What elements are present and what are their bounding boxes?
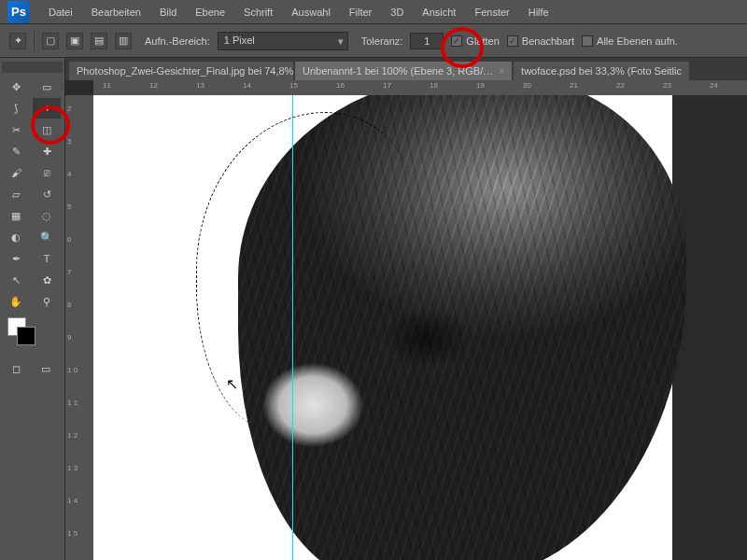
ruler-tick: 16 bbox=[336, 81, 345, 90]
menu-layer[interactable]: Ebene bbox=[186, 3, 234, 21]
doc-tab-1[interactable]: Unbenannt-1 bei 100% (Ebene 3, RGB/…× bbox=[295, 62, 512, 80]
ruler-tick: 1 4 bbox=[67, 497, 78, 505]
tools-grip[interactable] bbox=[2, 62, 63, 73]
lasso-tool[interactable]: ⟆ bbox=[2, 98, 30, 119]
ruler-tick: 1 0 bbox=[67, 366, 78, 374]
tolerance-input[interactable]: 1 bbox=[410, 33, 444, 49]
ruler-tick: 21 bbox=[570, 81, 578, 90]
ruler-tick: 1 3 bbox=[67, 464, 78, 472]
menu-help[interactable]: Hilfe bbox=[519, 3, 558, 21]
ruler-tick: 15 bbox=[289, 81, 298, 90]
hand-tool[interactable]: ✋ bbox=[2, 291, 30, 312]
selection-intersect-icon[interactable]: ▥ bbox=[115, 33, 132, 49]
app-logo: Ps bbox=[7, 1, 30, 23]
menu-3d[interactable]: 3D bbox=[381, 3, 413, 21]
screenmode-toggle[interactable]: ▭ bbox=[32, 358, 60, 379]
annotation-circle-tool bbox=[31, 105, 70, 145]
ruler-tick: 6 bbox=[67, 235, 71, 244]
ruler-tick: 17 bbox=[383, 81, 391, 90]
contiguous-label: Benachbart bbox=[522, 35, 574, 47]
document-paper: ↖ bbox=[93, 95, 672, 560]
zoom-tool[interactable]: ⚲ bbox=[33, 291, 61, 312]
background-swatch[interactable] bbox=[17, 327, 35, 345]
doc-tab-label: Photoshop_Zwei-Gesichter_Final.jpg bei 7… bbox=[77, 65, 293, 77]
sample-size-label: Aufn.-Bereich: bbox=[145, 35, 210, 47]
ruler-tick: 12 bbox=[149, 81, 158, 90]
menu-filter[interactable]: Filter bbox=[340, 3, 381, 21]
blur-tool[interactable]: ◌ bbox=[33, 205, 61, 226]
ruler-tick: 19 bbox=[476, 81, 485, 90]
brush-tool[interactable]: 🖌 bbox=[2, 162, 30, 183]
path-tool[interactable]: ↖ bbox=[2, 270, 30, 290]
ruler-tick: 11 bbox=[103, 81, 111, 90]
gradient-tool[interactable]: ▦ bbox=[2, 205, 30, 226]
sample-size-select[interactable]: 1 Pixel bbox=[218, 32, 348, 50]
canvas[interactable]: ↖ bbox=[93, 95, 747, 560]
menu-bar: Ps Datei Bearbeiten Bild Ebene Schrift A… bbox=[0, 0, 747, 24]
cursor-icon: ↖ bbox=[226, 375, 238, 393]
doc-tab-0[interactable]: Photoshop_Zwei-Gesichter_Final.jpg bei 7… bbox=[69, 62, 293, 80]
annotation-circle-tolerance bbox=[441, 27, 484, 68]
marquee-tool[interactable]: ▭ bbox=[33, 77, 61, 97]
ruler-tick: 1 1 bbox=[67, 399, 78, 407]
document-tabs: Photoshop_Zwei-Gesichter_Final.jpg bei 7… bbox=[65, 58, 747, 80]
history-tool[interactable]: ↺ bbox=[33, 184, 61, 204]
menu-file[interactable]: Datei bbox=[39, 3, 82, 21]
ruler-tick: 13 bbox=[196, 81, 204, 90]
ruler-tick: 4 bbox=[67, 170, 71, 178]
dodge-tool[interactable]: ◐ bbox=[2, 227, 30, 247]
close-icon[interactable]: × bbox=[499, 66, 504, 77]
horizontal-ruler[interactable]: 11 12 13 14 15 16 17 18 19 20 21 22 23 2… bbox=[93, 80, 747, 95]
quickmask-toggle[interactable]: ◻ bbox=[2, 358, 30, 379]
ruler-tick: 23 bbox=[663, 81, 671, 90]
vertical-ruler[interactable]: 2 3 4 5 6 7 8 9 1 0 1 1 1 2 1 3 1 4 1 5 bbox=[65, 95, 93, 560]
contiguous-checkbox[interactable]: Benachbart bbox=[507, 35, 574, 47]
ruler-tick: 2 bbox=[67, 105, 71, 113]
pen-tool[interactable]: ✒ bbox=[2, 248, 30, 269]
menu-window[interactable]: Fenster bbox=[465, 3, 518, 21]
menu-type[interactable]: Schrift bbox=[234, 3, 282, 21]
ruler-tick: 14 bbox=[243, 81, 251, 90]
ruler-tick: 22 bbox=[616, 81, 625, 90]
ruler-tick: 1 2 bbox=[67, 431, 78, 440]
eraser-tool[interactable]: ▱ bbox=[2, 184, 30, 204]
ruler-tick: 24 bbox=[710, 81, 718, 90]
color-swatches[interactable] bbox=[2, 317, 63, 355]
ruler-tick: 8 bbox=[67, 301, 71, 309]
selection-new-icon[interactable]: ▢ bbox=[42, 33, 59, 49]
type-tool[interactable]: T bbox=[33, 248, 61, 269]
doc-tab-2[interactable]: twoface.psd bei 33,3% (Foto Seitlic bbox=[514, 62, 689, 80]
stamp-tool[interactable]: ⎚ bbox=[33, 162, 61, 183]
menu-edit[interactable]: Bearbeiten bbox=[82, 3, 150, 21]
ruler-tick: 5 bbox=[67, 203, 71, 211]
shape-tool[interactable]: ✿ bbox=[33, 270, 61, 290]
ruler-tick: 20 bbox=[523, 81, 531, 90]
ruler-tick: 9 bbox=[67, 333, 71, 342]
doc-tab-label: twoface.psd bei 33,3% (Foto Seitlic bbox=[521, 65, 682, 77]
ruler-tick: 1 5 bbox=[67, 529, 78, 538]
magnify-tool[interactable]: 🔍 bbox=[33, 227, 61, 247]
menu-image[interactable]: Bild bbox=[150, 3, 186, 21]
options-bar: ✦ ▢ ▣ ▤ ▥ Aufn.-Bereich: 1 Pixel Toleran… bbox=[0, 24, 747, 58]
ruler-tick: 18 bbox=[430, 81, 438, 90]
move-tool[interactable]: ✥ bbox=[2, 77, 30, 97]
menu-view[interactable]: Ansicht bbox=[413, 3, 465, 21]
all-layers-checkbox[interactable]: Alle Ebenen aufn. bbox=[582, 35, 678, 47]
selection-subtract-icon[interactable]: ▤ bbox=[91, 33, 107, 49]
eyedropper-tool[interactable]: ✎ bbox=[2, 141, 30, 161]
ruler-tick: 3 bbox=[67, 137, 71, 146]
crop-tool[interactable]: ✂ bbox=[2, 119, 30, 140]
tool-preset-icon[interactable]: ✦ bbox=[9, 33, 26, 49]
tolerance-label: Toleranz: bbox=[361, 35, 403, 47]
selection-add-icon[interactable]: ▣ bbox=[66, 33, 83, 49]
ruler-tick: 7 bbox=[67, 268, 71, 276]
menu-select[interactable]: Auswahl bbox=[282, 3, 340, 21]
all-layers-label: Alle Ebenen aufn. bbox=[597, 35, 678, 47]
